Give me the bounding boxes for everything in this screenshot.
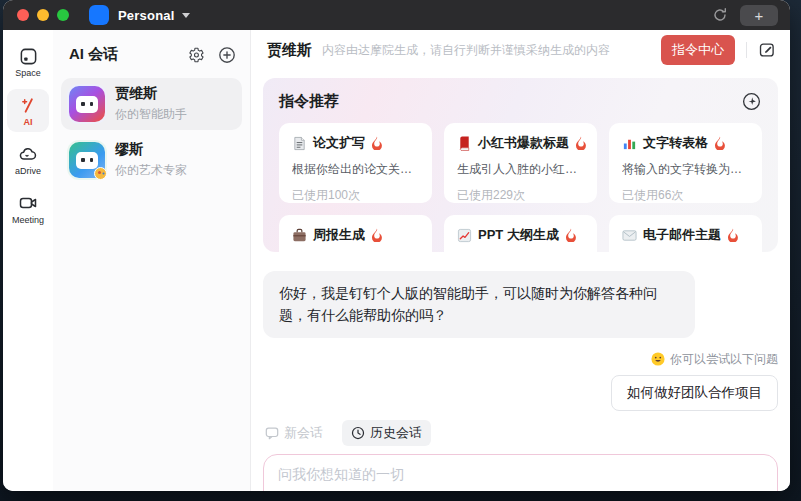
conversation-panel-header: AI 会话 [53, 30, 250, 76]
refresh-recommend-button[interactable] [741, 91, 762, 112]
ai-magic-icon [18, 95, 38, 115]
new-tab-button[interactable]: + [740, 5, 778, 26]
nav-item-adrive[interactable]: aDrive [7, 138, 49, 181]
command-card-email-subject[interactable]: 电子邮件主题 [609, 215, 762, 252]
settings-button[interactable] [187, 46, 205, 64]
app-window: Personal + Space AI [3, 0, 790, 491]
card-desc: 生成引人入胜的小红书标题 [457, 161, 584, 178]
bar-chart-icon [622, 136, 637, 151]
nav-label: AI [24, 117, 33, 127]
conversation-panel: AI 会话 贾维斯 你的智能助手 [53, 30, 251, 491]
nav-label: Meeting [12, 215, 44, 225]
chat-bubble-icon [265, 426, 279, 440]
flame-icon [371, 228, 383, 242]
card-desc: 根据你给出的论文关键信息进行... [292, 161, 419, 178]
command-card-text-to-table[interactable]: 文字转表格 将输入的文字转换为表格 已使用66次 [609, 123, 762, 203]
card-title: PPT 大纲生成 [478, 226, 559, 244]
zoom-button[interactable] [57, 9, 69, 21]
chat-header: 贾维斯 内容由达摩院生成，请自行判断并谨慎采纳生成的内容 指令中心 [251, 30, 790, 70]
divider [746, 42, 747, 58]
smiley-icon [651, 352, 665, 366]
chat-main: 贾维斯 内容由达摩院生成，请自行判断并谨慎采纳生成的内容 指令中心 指令推荐 [251, 30, 790, 491]
nav-item-space[interactable]: Space [7, 40, 49, 83]
assistant-message-bubble: 你好，我是钉钉个人版的智能助手，可以随时为你解答各种问题，有什么能帮助你的吗？ [263, 271, 695, 338]
card-title: 论文扩写 [313, 134, 365, 152]
sparkle-circle-icon [741, 91, 762, 112]
nav-item-ai[interactable]: AI [7, 89, 49, 132]
command-card-xhs-title[interactable]: 小红书爆款标题 生成引人入胜的小红书标题 已使用229次 [444, 123, 597, 203]
clock-icon [351, 426, 365, 440]
suggested-question-button[interactable]: 如何做好团队合作项目 [611, 375, 778, 411]
composer: ↵ 发送 / ⌘ ↵ 换行 [263, 454, 778, 491]
muse-avatar [69, 142, 105, 178]
close-button[interactable] [17, 9, 29, 21]
panel-title: AI 会话 [69, 45, 174, 64]
envelope-icon [622, 228, 637, 243]
flame-icon [714, 136, 726, 150]
plus-circle-icon [218, 46, 236, 64]
command-recommend-panel: 指令推荐 论文 [263, 78, 778, 252]
conversation-name: 贾维斯 [115, 85, 187, 103]
message-input[interactable] [278, 466, 618, 490]
card-title: 周报生成 [313, 226, 365, 244]
line-chart-icon [457, 228, 472, 243]
briefcase-icon [292, 228, 307, 243]
conversation-desc: 你的智能助手 [115, 106, 187, 123]
command-card-ppt-outline[interactable]: PPT 大纲生成 [444, 215, 597, 252]
try-hint-text: 你可以尝试以下问题 [670, 351, 778, 368]
chevron-down-icon [182, 13, 190, 18]
try-hint-row: 你可以尝试以下问题 [651, 351, 778, 368]
command-card-paper-expand[interactable]: 论文扩写 根据你给出的论文关键信息进行... 已使用100次 [279, 123, 432, 203]
document-icon [292, 136, 307, 151]
gear-icon [187, 46, 205, 64]
command-center-button[interactable]: 指令中心 [661, 35, 735, 65]
command-card-grid: 论文扩写 根据你给出的论文关键信息进行... 已使用100次 [279, 123, 762, 252]
conversation-name: 缪斯 [115, 141, 187, 159]
space-icon [18, 46, 38, 66]
new-conversation-button[interactable] [218, 46, 236, 64]
workspace-avatar [89, 5, 109, 25]
traffic-lights [17, 9, 69, 21]
palette-icon [94, 167, 107, 180]
new-session-button[interactable]: 新会话 [263, 420, 332, 446]
flame-icon [371, 136, 383, 150]
nav-item-meeting[interactable]: Meeting [7, 187, 49, 230]
card-desc: 将输入的文字转换为表格 [622, 161, 749, 178]
video-camera-icon [18, 193, 38, 213]
flame-icon [575, 136, 587, 150]
card-title: 文字转表格 [643, 134, 708, 152]
compose-button[interactable] [758, 41, 776, 59]
new-session-label: 新会话 [284, 424, 323, 442]
nav-rail: Space AI aDrive Meeting [3, 30, 53, 491]
recommend-title: 指令推荐 [279, 92, 339, 111]
titlebar: Personal + [3, 0, 790, 30]
cloud-icon [18, 144, 38, 164]
desktop-background: Personal + Space AI [0, 0, 801, 501]
red-book-icon [457, 136, 472, 151]
session-actions: 新会话 历史会话 [263, 420, 778, 446]
card-usage: 已使用66次 [622, 187, 749, 203]
conversation-item-muse[interactable]: 缪斯 你的艺术专家 [61, 134, 242, 186]
ai-disclaimer: 内容由达摩院生成，请自行判断并谨慎采纳生成的内容 [322, 42, 661, 59]
conversation-desc: 你的艺术专家 [115, 162, 187, 179]
card-title: 小红书爆款标题 [478, 134, 569, 152]
card-usage: 已使用100次 [292, 187, 419, 203]
workspace-title[interactable]: Personal [118, 8, 175, 23]
nav-label: aDrive [15, 166, 41, 176]
sync-button[interactable] [712, 7, 728, 23]
card-title: 电子邮件主题 [643, 226, 721, 244]
conversation-item-jarvis[interactable]: 贾维斯 你的智能助手 [61, 78, 242, 130]
compose-icon [758, 41, 776, 59]
flame-icon [727, 228, 739, 242]
card-usage: 已使用229次 [457, 187, 584, 203]
sync-icon [712, 7, 728, 23]
nav-label: Space [15, 68, 41, 78]
command-card-weekly-report[interactable]: 周报生成 [279, 215, 432, 252]
minimize-button[interactable] [37, 9, 49, 21]
jarvis-avatar [69, 86, 105, 122]
flame-icon [565, 228, 577, 242]
history-session-button[interactable]: 历史会话 [342, 420, 431, 446]
history-session-label: 历史会话 [370, 424, 422, 442]
chat-title: 贾维斯 [267, 41, 312, 60]
